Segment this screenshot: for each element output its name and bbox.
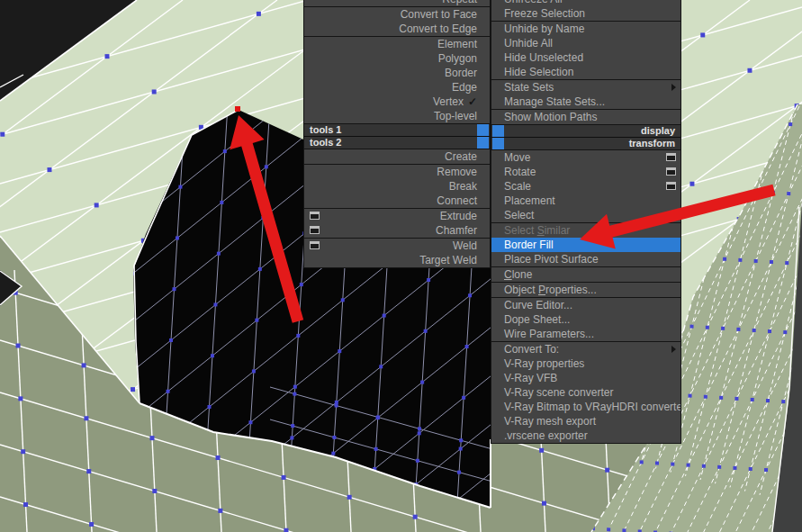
quad-menu-left-column: RepeatConvert to FaceConvert to EdgeElem… bbox=[303, 0, 491, 268]
menu-group: Show Motion Paths bbox=[491, 109, 681, 125]
menu-item-hide-unselected[interactable]: Hide Unselected bbox=[491, 50, 680, 65]
menu-item-rotate[interactable]: Rotate bbox=[491, 165, 680, 179]
menu-item-v-ray-properties[interactable]: V-Ray properties bbox=[491, 356, 680, 371]
menu-item-label: Chamfer bbox=[436, 224, 477, 237]
menu-item-label: Border Fill bbox=[504, 239, 554, 251]
settings-box-icon[interactable] bbox=[666, 153, 676, 161]
settings-box-icon[interactable] bbox=[310, 212, 320, 220]
menu-item-v-ray-scene-converter[interactable]: V-Ray scene converter bbox=[491, 385, 680, 400]
submenu-arrow-icon bbox=[671, 84, 676, 91]
menu-group: ExtrudeChamfer bbox=[303, 208, 491, 239]
menu-item-border[interactable]: Border bbox=[304, 66, 490, 80]
menu-item-border-fill[interactable]: Border Fill bbox=[491, 238, 680, 252]
menu-group: ElementPolygonBorderEdgeVertex✓Top-level bbox=[303, 36, 491, 124]
menu-item-remove[interactable]: Remove bbox=[304, 165, 490, 179]
menu-item-select[interactable]: Select bbox=[491, 208, 680, 222]
menu-item-label: Border bbox=[445, 67, 477, 79]
menu-group: Clone bbox=[491, 266, 681, 283]
menu-item-label: Element bbox=[437, 38, 477, 50]
menu-item-unhide-all[interactable]: Unhide All bbox=[491, 36, 680, 50]
settings-box-icon[interactable] bbox=[310, 241, 320, 249]
menu-item-chamfer[interactable]: Chamfer bbox=[304, 223, 490, 238]
selected-vertex[interactable] bbox=[235, 106, 240, 112]
menu-item-label: Object Properties... bbox=[504, 284, 597, 296]
menu-group: State SetsManage State Sets... bbox=[491, 79, 681, 110]
menu-item-label: Edge bbox=[452, 81, 477, 94]
menu-item-connect[interactable]: Connect bbox=[304, 194, 490, 208]
menu-item-vertex[interactable]: Vertex✓ bbox=[304, 95, 490, 109]
menu-item-vrscene-exporter[interactable]: .vrscene exporter bbox=[491, 428, 680, 443]
menu-item-select-similar[interactable]: Select Similar bbox=[491, 223, 680, 238]
menu-group: Object Properties... bbox=[491, 282, 681, 298]
menu-item-move[interactable]: Move bbox=[491, 150, 680, 165]
menu-item-weld[interactable]: Weld bbox=[304, 239, 490, 253]
quad-title-tools-1[interactable]: tools 1 bbox=[304, 124, 490, 136]
menu-item-label: Connect bbox=[437, 194, 477, 207]
menu-item-manage-state-sets[interactable]: Manage State Sets... bbox=[491, 95, 680, 109]
menu-item-label: Convert To: bbox=[504, 343, 559, 356]
menu-item-v-ray-bitmap-to-vrayhdri-converter[interactable]: V-Ray Bitmap to VRayHDRI converter bbox=[491, 400, 680, 414]
quad-title-label: transform bbox=[629, 138, 675, 149]
menu-item-convert-to-face[interactable]: Convert to Face bbox=[304, 7, 490, 22]
settings-box-icon[interactable] bbox=[310, 226, 320, 234]
menu-item-label: Select bbox=[504, 209, 534, 221]
menu-item-label: Break bbox=[449, 180, 477, 193]
menu-item-unfreeze-all[interactable]: Unfreeze All bbox=[491, 0, 680, 6]
menu-item-wire-parameters[interactable]: Wire Parameters... bbox=[491, 327, 680, 341]
menu-item-polygon[interactable]: Polygon bbox=[304, 51, 490, 66]
menu-item-clone[interactable]: Clone bbox=[491, 267, 680, 282]
menu-item-dope-sheet[interactable]: Dope Sheet... bbox=[491, 312, 680, 327]
quad-corner-marker bbox=[477, 137, 489, 149]
quad-title-tools-2[interactable]: tools 2 bbox=[304, 137, 490, 149]
menu-item-label: Manage State Sets... bbox=[504, 95, 605, 108]
menu-item-element[interactable]: Element bbox=[304, 37, 490, 51]
menu-item-show-motion-paths[interactable]: Show Motion Paths bbox=[491, 110, 680, 124]
menu-item-break[interactable]: Break bbox=[304, 179, 490, 194]
menu-item-curve-editor[interactable]: Curve Editor... bbox=[491, 298, 680, 312]
menu-item-convert-to-edge[interactable]: Convert to Edge bbox=[304, 22, 490, 36]
menu-item-extrude[interactable]: Extrude bbox=[304, 209, 490, 223]
menu-item-v-ray-mesh-export[interactable]: V-Ray mesh export bbox=[491, 414, 680, 428]
menu-item-label: Convert to Edge bbox=[399, 23, 477, 35]
menu-item-label: V-Ray properties bbox=[504, 357, 584, 370]
menu-item-label: V-Ray VFB bbox=[504, 372, 557, 384]
quad-title-label: display bbox=[641, 125, 675, 136]
menu-item-target-weld[interactable]: Target Weld bbox=[304, 253, 490, 267]
menu-item-create[interactable]: Create bbox=[304, 149, 490, 164]
menu-item-label: Extrude bbox=[440, 210, 477, 222]
quad-title-transform[interactable]: transform bbox=[491, 138, 680, 149]
menu-item-object-properties[interactable]: Object Properties... bbox=[491, 283, 680, 297]
menu-item-label: Repeat bbox=[442, 0, 477, 5]
menu-item-label: Polygon bbox=[438, 52, 477, 65]
menu-group: Create bbox=[303, 149, 491, 165]
menu-item-unhide-by-name[interactable]: Unhide by Name bbox=[491, 22, 680, 36]
menu-item-place-pivot-surface[interactable]: Place Pivot Surface bbox=[491, 252, 680, 266]
menu-item-freeze-selection[interactable]: Freeze Selection bbox=[491, 6, 680, 21]
menu-item-label: State Sets bbox=[504, 81, 554, 94]
menu-group: MoveRotateScalePlacementSelect bbox=[491, 149, 681, 223]
menu-item-state-sets[interactable]: State Sets bbox=[491, 80, 680, 95]
menu-item-label: Top-level bbox=[434, 110, 477, 122]
menu-item-label: .vrscene exporter bbox=[504, 429, 588, 442]
menu-item-convert-to[interactable]: Convert To: bbox=[491, 342, 680, 356]
menu-group: Convert to FaceConvert to Edge bbox=[303, 6, 491, 37]
menu-item-v-ray-vfb[interactable]: V-Ray VFB bbox=[491, 371, 680, 385]
menu-group: Curve Editor...Dope Sheet...Wire Paramet… bbox=[491, 297, 681, 342]
menu-item-repeat[interactable]: Repeat bbox=[304, 0, 490, 6]
menu-item-hide-selection[interactable]: Hide Selection bbox=[491, 65, 680, 79]
menu-item-label: Unhide by Name bbox=[504, 23, 584, 35]
settings-box-icon[interactable] bbox=[666, 182, 676, 190]
menu-item-edge[interactable]: Edge bbox=[304, 80, 490, 95]
menu-item-label: Select Similar bbox=[504, 224, 570, 237]
menu-item-placement[interactable]: Placement bbox=[491, 194, 680, 208]
quad-title-display[interactable]: display bbox=[491, 125, 680, 137]
menu-item-label: Unhide All bbox=[504, 37, 553, 50]
quad-title-label: tools 2 bbox=[310, 137, 341, 148]
settings-box-icon[interactable] bbox=[666, 167, 676, 176]
menu-item-label: Unfreeze All bbox=[504, 0, 563, 5]
menu-item-label: V-Ray scene converter bbox=[504, 386, 613, 399]
menu-item-label: V-Ray mesh export bbox=[504, 415, 596, 428]
menu-item-scale[interactable]: Scale bbox=[491, 179, 680, 194]
menu-item-top-level[interactable]: Top-level bbox=[304, 109, 490, 123]
menu-item-label: Create bbox=[445, 150, 477, 163]
